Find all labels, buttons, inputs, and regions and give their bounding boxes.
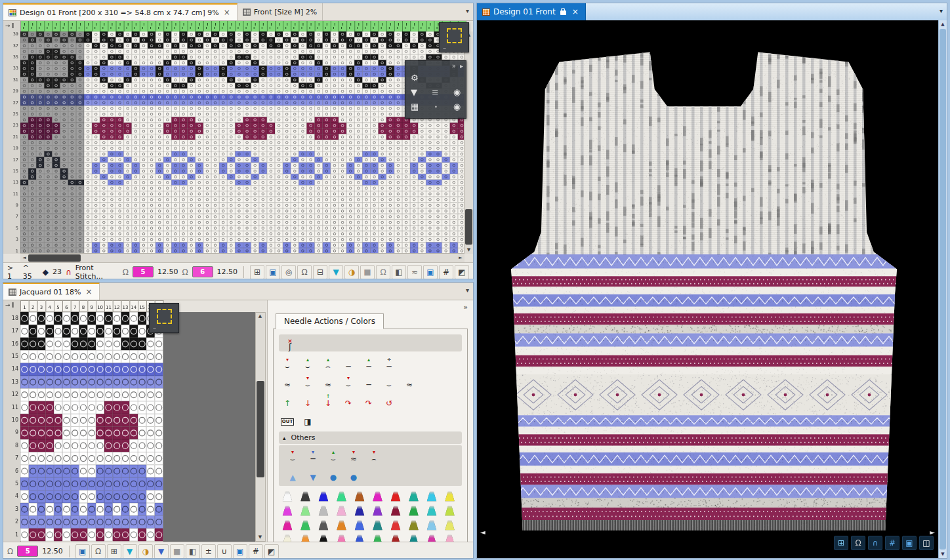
- yarn-cone[interactable]: [336, 491, 348, 502]
- yarn-cone[interactable]: [318, 491, 329, 502]
- monitor-icon[interactable]: ▣: [902, 536, 917, 550]
- loop-icon[interactable]: ≈: [321, 374, 335, 389]
- yarn-cone[interactable]: [300, 520, 312, 530]
- yarn-cone[interactable]: [444, 491, 456, 502]
- yarn-cone[interactable]: [372, 520, 384, 530]
- close-icon[interactable]: ×: [571, 7, 580, 16]
- fabric-view-canvas[interactable]: [477, 20, 940, 559]
- yarn-cone[interactable]: [281, 520, 293, 530]
- yarn-cone[interactable]: [444, 534, 456, 542]
- scroll-down-icon[interactable]: ▼: [465, 247, 473, 254]
- yarn-cone[interactable]: [354, 491, 365, 502]
- yarn-cone[interactable]: [408, 491, 420, 502]
- technical-view-icon[interactable]: Ω: [91, 544, 106, 559]
- grid-hash-icon[interactable]: #: [249, 544, 263, 559]
- grid-hash-icon[interactable]: #: [439, 265, 453, 279]
- tuck-icon[interactable]: ▴─: [361, 356, 376, 370]
- knit-front-icon[interactable]: ≈: [280, 374, 295, 389]
- yarn-cone[interactable]: [390, 534, 402, 542]
- jacquard-grid-canvas[interactable]: [3, 300, 266, 542]
- technical-view-icon[interactable]: Ω: [297, 265, 312, 279]
- scrollbar-thumb[interactable]: [28, 254, 81, 262]
- wave-icon[interactable]: ≈: [402, 374, 417, 389]
- yarn-cone[interactable]: [426, 534, 438, 542]
- yarn-cone[interactable]: [300, 506, 312, 516]
- tab-front-size-m[interactable]: Front [Size M] 2%: [238, 3, 323, 20]
- floating-selection-tool-button[interactable]: –: [439, 22, 469, 52]
- yarn-cone[interactable]: [281, 491, 293, 502]
- knit-transfer-icon[interactable]: ▾⌣: [300, 374, 315, 389]
- minimize-icon[interactable]: –: [443, 44, 446, 51]
- transfer-back-icon[interactable]: ▴⌣: [300, 356, 315, 370]
- yarn-cone[interactable]: [354, 520, 365, 530]
- split-view-icon[interactable]: ◫: [919, 536, 934, 550]
- pattern-view-icon[interactable]: ⊞: [834, 536, 848, 550]
- chevron-down-icon[interactable]: ▾: [940, 7, 943, 14]
- fabric-view-icon[interactable]: ▣: [266, 265, 280, 279]
- scroll-up-icon[interactable]: ▲: [939, 20, 947, 28]
- module-table-icon[interactable]: ⊞: [250, 265, 264, 279]
- yarn-cone[interactable]: [426, 520, 438, 530]
- garment-icon[interactable]: ▼: [411, 88, 417, 97]
- yarn-cone[interactable]: [336, 520, 348, 530]
- yarn-cone[interactable]: [408, 520, 420, 530]
- expand-icon[interactable]: »: [463, 303, 468, 311]
- yarn-cone[interactable]: [318, 506, 329, 516]
- racking-both-icon[interactable]: ↑↓: [321, 393, 335, 407]
- yarn-cone[interactable]: [426, 491, 438, 502]
- front-view-icon[interactable]: ▼: [329, 265, 343, 279]
- float-icon[interactable]: ─: [361, 374, 376, 389]
- floating-selection-tool-button[interactable]: –: [149, 303, 179, 333]
- yarn-cone[interactable]: [426, 506, 438, 516]
- yarn-field-icon[interactable]: ◎: [281, 265, 296, 279]
- split-cell-icon[interactable]: ◨: [300, 411, 315, 426]
- yarn-cone[interactable]: [444, 506, 456, 516]
- close-icon[interactable]: ×: [222, 8, 232, 17]
- stitch-name[interactable]: Front Stitch...: [75, 264, 119, 280]
- other-transfer2-icon[interactable]: ▾─: [306, 449, 320, 463]
- blue-up-icon[interactable]: ▲: [285, 467, 300, 481]
- scrollbar-thumb[interactable]: [257, 381, 264, 477]
- chevron-down-icon[interactable]: ▾: [466, 7, 469, 14]
- rotate-cw2-icon[interactable]: ↷: [361, 393, 376, 407]
- yarn-cone[interactable]: [372, 491, 384, 502]
- minimize-icon[interactable]: –: [153, 325, 156, 332]
- others-section-header[interactable]: ▴Others: [279, 431, 462, 444]
- yarn-cone[interactable]: [408, 506, 420, 516]
- yarn-cone[interactable]: [318, 520, 329, 530]
- other-transfer3-icon[interactable]: ▴⌣: [326, 449, 341, 463]
- transfer-front-icon[interactable]: ▾⌣: [280, 356, 295, 370]
- monitor-icon[interactable]: ▣: [423, 265, 438, 279]
- dot-icon[interactable]: •: [434, 102, 438, 111]
- person-icon[interactable]: Ω: [376, 265, 390, 279]
- yarn-color-chip[interactable]: 6: [192, 266, 213, 277]
- expand-icon[interactable]: »: [452, 62, 456, 70]
- yarn-cone[interactable]: [336, 506, 348, 516]
- module-grid-icon[interactable]: ⊞: [107, 544, 121, 559]
- other-transfer5-icon[interactable]: ▾⌢: [367, 449, 381, 463]
- tab-design-01-front-view[interactable]: Design 01 Front ×: [477, 3, 586, 20]
- eye-icon[interactable]: ◉: [453, 88, 461, 97]
- blue-dot1-icon[interactable]: ●: [326, 467, 341, 481]
- drop-icon[interactable]: ÷─: [382, 356, 396, 370]
- yarn-cone[interactable]: [336, 534, 348, 542]
- needle-actions-tab[interactable]: Needle Actions / Colors: [276, 313, 384, 329]
- tab-design-01-front[interactable]: Design 01 Front [200 x 310 => 54.8 cm x …: [3, 3, 238, 20]
- loops-view-icon[interactable]: ∩: [868, 536, 882, 550]
- eye-icon[interactable]: ◉: [453, 102, 461, 111]
- blue-dot2-icon[interactable]: ●: [346, 467, 361, 481]
- pan-right-icon[interactable]: ►: [930, 529, 935, 536]
- pattern-grid-icon[interactable]: ▦: [411, 102, 419, 111]
- racking-up-icon[interactable]: ↑: [280, 393, 295, 407]
- yarn-cone[interactable]: [372, 534, 384, 542]
- yarn-cone[interactable]: [300, 491, 312, 502]
- transfer-up-icon[interactable]: ▴⌢: [321, 356, 335, 370]
- vertical-scrollbar[interactable]: ▲ ▼: [255, 312, 266, 542]
- technical-view-icon[interactable]: Ω: [851, 536, 865, 550]
- yarn-cone[interactable]: [390, 491, 402, 502]
- yarn-cone[interactable]: [281, 534, 293, 542]
- machine-icon[interactable]: ⚙: [411, 73, 419, 83]
- monitor-icon[interactable]: ▣: [233, 544, 247, 559]
- needle-bed-icon[interactable]: #: [885, 536, 899, 550]
- needle-out-icon[interactable]: OUT: [280, 411, 295, 426]
